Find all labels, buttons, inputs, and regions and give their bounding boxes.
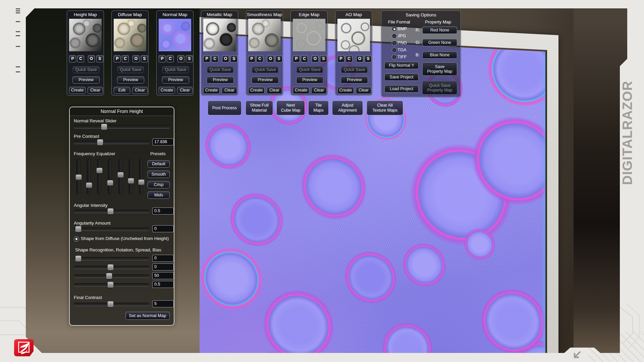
quick-save-button[interactable]: Quick Save — [341, 66, 368, 73]
radio-tiff[interactable] — [392, 55, 397, 60]
copy-button[interactable]: C — [167, 55, 174, 62]
preview-button[interactable]: Preview — [296, 76, 323, 83]
paste-button[interactable]: P — [248, 55, 255, 62]
shape-recognition-slider-thumb[interactable] — [75, 255, 82, 262]
create-button[interactable]: Create — [293, 87, 309, 94]
options-button[interactable]: O — [132, 55, 140, 62]
shape-spread-value[interactable]: 50 — [152, 272, 174, 279]
eq-band-slider[interactable] — [87, 159, 91, 194]
options-button[interactable]: O — [177, 55, 184, 62]
save-button[interactable]: S — [186, 55, 193, 62]
eq-band-thumb[interactable] — [86, 182, 92, 188]
eq-band-thumb[interactable] — [107, 180, 113, 186]
pre-contrast-slider[interactable] — [74, 141, 149, 144]
map-thumbnail[interactable] — [293, 19, 325, 51]
create-button[interactable]: Edit — [114, 87, 130, 94]
save-button[interactable]: S — [141, 55, 148, 62]
preview-button[interactable]: Preview — [341, 76, 368, 83]
map-thumbnail[interactable] — [248, 19, 281, 51]
save-button[interactable]: S — [230, 55, 237, 62]
toolbar-button[interactable]: Clear All Texture Maps — [367, 101, 403, 115]
map-thumbnail[interactable] — [159, 19, 191, 51]
toolbar-button[interactable]: Tile Maps — [308, 101, 329, 115]
paste-button[interactable]: P — [203, 55, 210, 62]
map-thumbnail[interactable] — [114, 19, 146, 51]
angularity-amount-value[interactable]: 0 — [152, 225, 174, 232]
create-button[interactable]: Create — [159, 87, 175, 94]
shape-rotation-slider-thumb[interactable] — [107, 264, 114, 270]
normal-reveal-slider-thumb[interactable] — [101, 124, 107, 130]
copy-button[interactable]: C — [211, 55, 218, 62]
create-button[interactable]: Create — [69, 87, 86, 94]
save-property-map-button[interactable]: Save Property Map — [422, 62, 457, 76]
preset-default-button[interactable]: Default — [148, 160, 170, 168]
paste-button[interactable]: P — [69, 55, 76, 62]
preset-mids-button[interactable]: Mids — [148, 191, 170, 199]
angularity-amount-slider[interactable] — [74, 228, 149, 231]
quick-save-button[interactable]: Quick Save — [252, 66, 278, 73]
shape-spread-slider-thumb[interactable] — [106, 273, 112, 279]
final-contrast-value[interactable]: 5 — [152, 300, 174, 307]
radio-bmp[interactable] — [392, 26, 397, 32]
shape-rotation-slider[interactable] — [74, 266, 149, 269]
shape-recognition-slider[interactable] — [74, 257, 149, 260]
eq-band-slider[interactable] — [118, 159, 122, 194]
eq-band-slider[interactable] — [108, 159, 112, 194]
map-thumbnail[interactable] — [337, 19, 370, 51]
pre-contrast-value[interactable]: 17.836 — [152, 138, 174, 145]
final-contrast-slider-thumb[interactable] — [107, 301, 114, 307]
clear-button[interactable]: Clear — [88, 87, 103, 94]
radio-png[interactable] — [392, 41, 397, 46]
clear-button[interactable]: Clear — [177, 87, 193, 94]
radio-tga[interactable] — [392, 48, 397, 53]
options-button[interactable]: O — [267, 55, 274, 62]
options-button[interactable]: O — [312, 55, 319, 62]
eq-band-slider[interactable] — [129, 159, 132, 194]
copy-button[interactable]: C — [345, 55, 353, 62]
paste-button[interactable]: P — [337, 55, 344, 62]
clear-button[interactable]: Clear — [356, 87, 371, 94]
quick-save-button[interactable]: Quick Save — [297, 66, 323, 73]
final-contrast-slider[interactable] — [74, 303, 149, 306]
angularity-amount-slider-thumb[interactable] — [75, 226, 82, 232]
create-button[interactable]: Create — [203, 87, 220, 94]
eq-band-slider[interactable] — [76, 159, 80, 194]
toolbar-button[interactable]: Post Process — [208, 101, 241, 115]
save-button[interactable]: S — [275, 55, 282, 62]
toolbar-button[interactable]: Next Cube Map — [276, 101, 305, 115]
options-button[interactable]: O — [356, 55, 363, 62]
clear-button[interactable]: Clear — [222, 87, 237, 94]
shape-recognition-value[interactable]: 0 — [152, 255, 174, 262]
shape-bias-value[interactable]: 0.5 — [152, 281, 174, 288]
clear-button[interactable]: Clear — [267, 87, 282, 94]
preview-button[interactable]: Preview — [207, 76, 234, 83]
shape-spread-slider[interactable] — [74, 275, 149, 278]
copy-button[interactable]: C — [122, 55, 129, 62]
angular-intensity-slider[interactable] — [74, 210, 149, 213]
eq-band-thumb[interactable] — [117, 172, 124, 178]
preview-button[interactable]: Preview — [117, 76, 144, 83]
green-channel-button[interactable]: Green None — [422, 39, 457, 46]
preview-button[interactable]: Preview — [72, 76, 100, 83]
quick-save-button[interactable]: Quick Save — [73, 66, 99, 73]
radio-jpg[interactable] — [392, 34, 397, 39]
options-button[interactable]: O — [222, 55, 229, 62]
toolbar-button[interactable]: Adjust Alignment — [332, 101, 363, 115]
save-button[interactable]: S — [365, 55, 372, 62]
preview-button[interactable]: Preview — [252, 76, 279, 83]
clear-button[interactable]: Clear — [132, 87, 148, 94]
copy-button[interactable]: C — [301, 55, 308, 62]
shape-from-diffuse-checkbox[interactable] — [74, 236, 79, 242]
copy-button[interactable]: C — [77, 55, 84, 62]
save-button[interactable]: S — [320, 55, 327, 62]
shape-bias-slider[interactable] — [74, 283, 149, 287]
eq-band-thumb[interactable] — [138, 179, 145, 185]
preview-button[interactable]: Preview — [162, 76, 189, 83]
paste-button[interactable]: P — [293, 55, 300, 62]
shape-bias-slider-thumb[interactable] — [107, 282, 114, 288]
eq-band-thumb[interactable] — [96, 168, 103, 173]
pre-contrast-slider-thumb[interactable] — [97, 139, 103, 145]
load-project-button[interactable]: Load Project — [384, 85, 419, 93]
clear-button[interactable]: Clear — [311, 87, 327, 94]
map-thumbnail[interactable] — [203, 19, 236, 51]
